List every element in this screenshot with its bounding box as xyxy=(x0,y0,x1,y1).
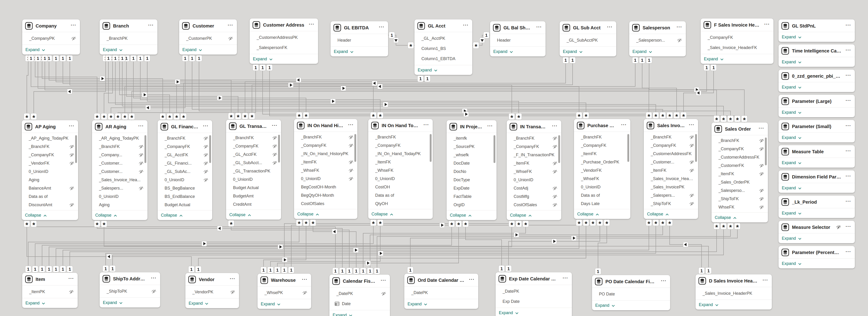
more-options-button[interactable]: ··· xyxy=(844,98,851,105)
field-row[interactable]: _VendorPK xyxy=(185,287,239,297)
field-row[interactable]: 0_UnionID xyxy=(574,183,630,191)
expand-collapse-toggle[interactable]: Expand xyxy=(257,299,311,309)
field-row[interactable]: _BranchFK xyxy=(226,134,281,142)
table-card-gl-transaction[interactable]: GL Transaction ··· _BranchFK_CompanyFK_G… xyxy=(226,120,281,220)
field-row[interactable]: _Customer... xyxy=(92,167,148,176)
expand-collapse-toggle[interactable]: Expand xyxy=(330,310,390,316)
field-row[interactable]: _CompanyFK xyxy=(644,141,698,150)
more-options-button[interactable]: ··· xyxy=(462,22,469,30)
table-card-sales-order[interactable]: Sales Order ··· _BranchFK_CompanyFK_Cust… xyxy=(712,123,768,222)
field-row[interactable]: _Sales_Invoice_Head... xyxy=(644,175,698,183)
more-options-button[interactable]: ··· xyxy=(307,21,315,29)
field-row[interactable]: _GL_AcctFK xyxy=(226,150,281,159)
more-options-button[interactable]: ··· xyxy=(844,22,851,30)
table-card-measure-selector[interactable]: Measure Selector ··· Expand xyxy=(779,221,855,243)
field-row[interactable]: _DatePK xyxy=(330,288,390,299)
field-row[interactable]: Header xyxy=(490,35,546,45)
field-row[interactable]: _Sales_OrderPK xyxy=(712,178,768,186)
more-options-button[interactable]: ··· xyxy=(347,122,354,129)
field-row[interactable]: OrgID xyxy=(446,201,497,209)
hidden-eye-icon[interactable] xyxy=(272,135,277,140)
field-row[interactable]: Budget Actual xyxy=(226,184,281,192)
more-options-button[interactable]: ··· xyxy=(844,123,851,130)
field-row[interactable]: _GL_AcctFK xyxy=(158,151,212,159)
hidden-eye-icon[interactable] xyxy=(203,136,209,141)
hidden-eye-icon[interactable] xyxy=(759,146,764,152)
field-row[interactable]: ExpDate xyxy=(446,184,497,192)
table-card-parameter-percentage[interactable]: Parameter (Percentage) ··· Expand xyxy=(779,246,855,268)
field-row[interactable]: _CustomerFK xyxy=(712,161,768,170)
field-row[interactable]: _BranchFK xyxy=(158,134,212,143)
field-row[interactable]: Days Late xyxy=(574,199,630,208)
relationship-line[interactable] xyxy=(642,56,677,119)
relationship-line[interactable] xyxy=(42,55,163,120)
expand-collapse-toggle[interactable]: Expand xyxy=(250,54,318,64)
field-row[interactable]: BudgetAmt xyxy=(226,192,281,200)
field-row[interactable]: _CustomerAddressPK xyxy=(250,32,318,42)
hidden-eye-icon[interactable] xyxy=(552,169,558,174)
field-row[interactable]: _SourcePK xyxy=(446,143,497,151)
expand-collapse-toggle[interactable]: Expand xyxy=(779,183,855,193)
expand-collapse-toggle[interactable]: Expand xyxy=(779,208,855,218)
more-options-button[interactable]: ··· xyxy=(757,125,765,133)
table-card-gl-bal-sheet[interactable]: GL Bal Sheet ··· Header Expand xyxy=(490,21,546,56)
field-row[interactable]: _whsefk xyxy=(446,151,497,159)
hidden-eye-icon[interactable] xyxy=(759,188,764,193)
hidden-eye-icon[interactable] xyxy=(677,38,682,43)
table-card-ar-aging[interactable]: AR Aging ··· _AR_Aging_TodayPK_BranchFK_… xyxy=(92,120,148,220)
field-row[interactable]: _CompanyFK xyxy=(294,141,358,150)
expand-collapse-toggle[interactable]: Expand xyxy=(22,44,80,55)
expand-collapse-toggle[interactable]: Collapse xyxy=(507,210,561,220)
field-row[interactable]: Aging xyxy=(22,176,78,184)
field-row[interactable]: _CustomerPK xyxy=(179,33,237,43)
field-row[interactable]: _ItemFK xyxy=(712,170,768,178)
field-row[interactable]: _DatePK xyxy=(404,288,478,298)
expand-collapse-toggle[interactable]: Expand xyxy=(414,65,472,75)
expand-collapse-toggle[interactable]: Collapse xyxy=(574,209,630,219)
table-card-branch[interactable]: Branch ··· _BranchPK Expand xyxy=(100,20,157,55)
scrollbar[interactable] xyxy=(209,135,211,163)
table-card-shipto-address[interactable]: ShipTo Address ··· _ShipToPK Expand xyxy=(100,272,160,308)
table-card-time-intelligence[interactable]: Time Intelligence Calcul... ··· Expand xyxy=(779,44,855,67)
field-row[interactable]: _AR_Aging_TodayPK xyxy=(92,134,148,143)
more-options-button[interactable]: ··· xyxy=(377,24,385,31)
hidden-eye-icon[interactable] xyxy=(552,161,558,166)
hidden-eye-icon[interactable] xyxy=(348,143,354,148)
field-row[interactable]: Data as of xyxy=(368,191,433,199)
field-row[interactable]: BegCostOH-Month xyxy=(294,183,358,191)
hidden-eye-icon[interactable] xyxy=(552,194,558,199)
field-row[interactable]: QtyOH xyxy=(368,199,433,208)
table-card-dimension-field-param[interactable]: Dimension Field Param... ··· Expand xyxy=(779,170,855,193)
more-options-button[interactable]: ··· xyxy=(606,24,613,31)
expand-collapse-toggle[interactable]: Expand xyxy=(331,46,388,56)
hidden-eye-icon[interactable] xyxy=(203,177,209,183)
hidden-eye-icon[interactable] xyxy=(203,152,209,158)
field-row[interactable]: _Salesperson... xyxy=(629,35,686,45)
more-options-button[interactable]: ··· xyxy=(620,122,627,129)
table-card-gl-ebitda[interactable]: GL EBITDA ··· Header Expand xyxy=(331,21,388,56)
relationship-line[interactable] xyxy=(35,55,97,120)
field-row[interactable]: BegQtyOH-Month xyxy=(294,191,358,199)
relationship-line[interactable] xyxy=(118,64,256,120)
hidden-eye-icon[interactable] xyxy=(381,291,386,296)
hidden-eye-icon[interactable] xyxy=(138,144,144,149)
field-row[interactable]: CreditAmt xyxy=(226,200,281,209)
field-row[interactable]: 0_UnionID xyxy=(507,176,561,184)
table-card-customer-address[interactable]: Customer Address ··· _CustomerAddressPK_… xyxy=(250,19,318,64)
field-row[interactable]: _F_IN_TransactionPK xyxy=(507,151,561,159)
field-row[interactable]: 0_UnionID xyxy=(294,175,358,183)
field-row[interactable]: BS_EndBalance xyxy=(158,192,212,201)
table-card-po-date-calendar[interactable]: PO Date Calendar Fiscal ··· PO Date Expa… xyxy=(592,275,670,310)
field-row[interactable]: DiscountAmt xyxy=(22,201,78,209)
field-row[interactable]: Column1_BS xyxy=(414,43,472,54)
hidden-eye-icon[interactable] xyxy=(689,201,694,207)
more-options-button[interactable]: ··· xyxy=(844,72,851,80)
field-row[interactable]: FactTable xyxy=(446,192,497,201)
more-options-button[interactable]: ··· xyxy=(226,22,234,30)
field-row[interactable]: 0_UnionID xyxy=(92,192,148,201)
expand-collapse-toggle[interactable]: Expand xyxy=(701,54,773,64)
hidden-eye-icon[interactable] xyxy=(138,152,144,158)
relationship-line[interactable] xyxy=(245,75,427,120)
table-card-purchase-order[interactable]: Purchase Order ··· _BranchFK_CompanyFK_I… xyxy=(574,119,630,219)
table-card-lk-period[interactable]: _Lk_Period ··· Expand xyxy=(779,196,855,218)
